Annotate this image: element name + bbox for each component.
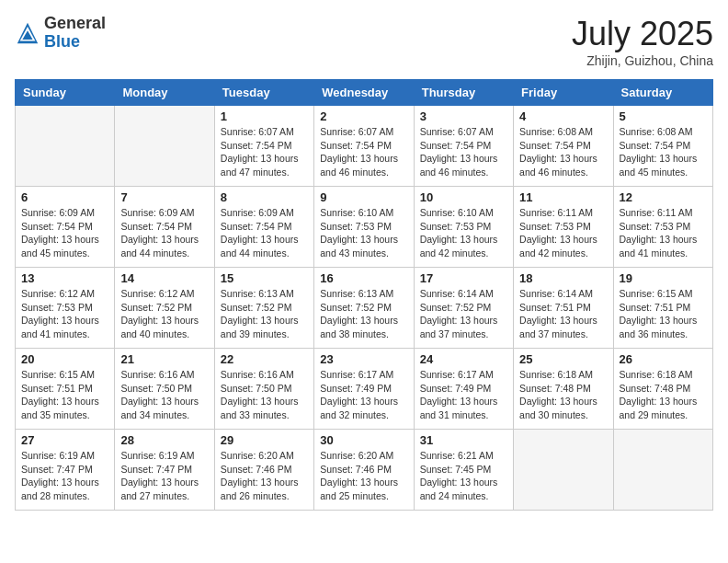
calendar-cell	[514, 430, 613, 511]
calendar-cell: 6Sunrise: 6:09 AM Sunset: 7:54 PM Daylig…	[16, 187, 115, 268]
calendar-cell	[115, 106, 214, 187]
calendar-cell: 16Sunrise: 6:13 AM Sunset: 7:52 PM Dayli…	[314, 268, 414, 349]
day-number: 3	[420, 109, 507, 123]
day-number: 30	[320, 433, 407, 447]
title-block: July 2025 Zhijin, Guizhou, China	[572, 15, 713, 68]
day-number: 10	[420, 190, 507, 204]
day-number: 13	[21, 271, 108, 285]
cell-info: Sunrise: 6:17 AM Sunset: 7:49 PM Dayligh…	[320, 368, 407, 422]
cell-info: Sunrise: 6:20 AM Sunset: 7:46 PM Dayligh…	[221, 449, 308, 503]
cell-info: Sunrise: 6:18 AM Sunset: 7:48 PM Dayligh…	[620, 368, 707, 422]
cell-info: Sunrise: 6:18 AM Sunset: 7:48 PM Dayligh…	[519, 368, 607, 422]
day-number: 24	[420, 352, 507, 366]
weekday-header-saturday: Saturday	[613, 80, 712, 106]
logo-general: General	[44, 15, 106, 33]
day-number: 26	[620, 352, 707, 366]
calendar-cell: 26Sunrise: 6:18 AM Sunset: 7:48 PM Dayli…	[613, 349, 712, 430]
cell-info: Sunrise: 6:08 AM Sunset: 7:54 PM Dayligh…	[519, 125, 607, 179]
calendar-cell: 30Sunrise: 6:20 AM Sunset: 7:46 PM Dayli…	[314, 430, 414, 511]
cell-info: Sunrise: 6:07 AM Sunset: 7:54 PM Dayligh…	[320, 125, 407, 179]
cell-info: Sunrise: 6:09 AM Sunset: 7:54 PM Dayligh…	[120, 206, 208, 260]
month-title: July 2025	[572, 15, 713, 53]
day-number: 20	[21, 352, 108, 366]
cell-info: Sunrise: 6:10 AM Sunset: 7:53 PM Dayligh…	[420, 206, 507, 260]
calendar-header: SundayMondayTuesdayWednesdayThursdayFrid…	[16, 80, 713, 106]
logo-blue: Blue	[44, 33, 106, 52]
day-number: 27	[21, 433, 108, 447]
cell-info: Sunrise: 6:15 AM Sunset: 7:51 PM Dayligh…	[620, 287, 707, 341]
logo-text: General Blue	[44, 15, 106, 52]
cell-info: Sunrise: 6:12 AM Sunset: 7:52 PM Dayligh…	[120, 287, 208, 341]
day-number: 31	[420, 433, 507, 447]
day-number: 14	[120, 271, 208, 285]
logo: General Blue	[15, 15, 106, 52]
day-number: 12	[620, 190, 707, 204]
cell-info: Sunrise: 6:07 AM Sunset: 7:54 PM Dayligh…	[221, 125, 308, 179]
cell-info: Sunrise: 6:19 AM Sunset: 7:47 PM Dayligh…	[21, 449, 108, 503]
day-number: 29	[221, 433, 308, 447]
calendar-week-1: 6Sunrise: 6:09 AM Sunset: 7:54 PM Daylig…	[16, 187, 713, 268]
calendar-cell: 14Sunrise: 6:12 AM Sunset: 7:52 PM Dayli…	[115, 268, 214, 349]
calendar-cell: 15Sunrise: 6:13 AM Sunset: 7:52 PM Dayli…	[214, 268, 313, 349]
calendar-cell: 12Sunrise: 6:11 AM Sunset: 7:53 PM Dayli…	[613, 187, 712, 268]
cell-info: Sunrise: 6:14 AM Sunset: 7:51 PM Dayligh…	[519, 287, 607, 341]
weekday-header-row: SundayMondayTuesdayWednesdayThursdayFrid…	[16, 80, 713, 106]
calendar-cell: 31Sunrise: 6:21 AM Sunset: 7:45 PM Dayli…	[414, 430, 513, 511]
cell-info: Sunrise: 6:12 AM Sunset: 7:53 PM Dayligh…	[21, 287, 108, 341]
calendar-cell: 23Sunrise: 6:17 AM Sunset: 7:49 PM Dayli…	[314, 349, 414, 430]
calendar-cell: 27Sunrise: 6:19 AM Sunset: 7:47 PM Dayli…	[16, 430, 115, 511]
weekday-header-tuesday: Tuesday	[214, 80, 313, 106]
calendar-cell	[16, 106, 115, 187]
calendar-cell: 11Sunrise: 6:11 AM Sunset: 7:53 PM Dayli…	[514, 187, 613, 268]
calendar-table: SundayMondayTuesdayWednesdayThursdayFrid…	[15, 79, 713, 511]
calendar-cell: 24Sunrise: 6:17 AM Sunset: 7:49 PM Dayli…	[414, 349, 513, 430]
calendar-cell: 21Sunrise: 6:16 AM Sunset: 7:50 PM Dayli…	[115, 349, 214, 430]
calendar-cell: 7Sunrise: 6:09 AM Sunset: 7:54 PM Daylig…	[115, 187, 214, 268]
cell-info: Sunrise: 6:07 AM Sunset: 7:54 PM Dayligh…	[420, 125, 507, 179]
day-number: 9	[320, 190, 407, 204]
day-number: 28	[120, 433, 208, 447]
logo-icon	[15, 20, 40, 46]
calendar-week-4: 27Sunrise: 6:19 AM Sunset: 7:47 PM Dayli…	[16, 430, 713, 511]
calendar-cell: 13Sunrise: 6:12 AM Sunset: 7:53 PM Dayli…	[16, 268, 115, 349]
cell-info: Sunrise: 6:13 AM Sunset: 7:52 PM Dayligh…	[320, 287, 407, 341]
calendar-week-3: 20Sunrise: 6:15 AM Sunset: 7:51 PM Dayli…	[16, 349, 713, 430]
calendar-cell: 2Sunrise: 6:07 AM Sunset: 7:54 PM Daylig…	[314, 106, 414, 187]
cell-info: Sunrise: 6:17 AM Sunset: 7:49 PM Dayligh…	[420, 368, 507, 422]
day-number: 11	[519, 190, 607, 204]
calendar-cell: 5Sunrise: 6:08 AM Sunset: 7:54 PM Daylig…	[613, 106, 712, 187]
calendar-body: 1Sunrise: 6:07 AM Sunset: 7:54 PM Daylig…	[16, 106, 713, 511]
day-number: 17	[420, 271, 507, 285]
cell-info: Sunrise: 6:21 AM Sunset: 7:45 PM Dayligh…	[420, 449, 507, 503]
calendar-cell: 19Sunrise: 6:15 AM Sunset: 7:51 PM Dayli…	[613, 268, 712, 349]
cell-info: Sunrise: 6:09 AM Sunset: 7:54 PM Dayligh…	[21, 206, 108, 260]
day-number: 6	[21, 190, 108, 204]
day-number: 15	[221, 271, 308, 285]
calendar-week-2: 13Sunrise: 6:12 AM Sunset: 7:53 PM Dayli…	[16, 268, 713, 349]
calendar-week-0: 1Sunrise: 6:07 AM Sunset: 7:54 PM Daylig…	[16, 106, 713, 187]
day-number: 23	[320, 352, 407, 366]
calendar-cell: 10Sunrise: 6:10 AM Sunset: 7:53 PM Dayli…	[414, 187, 513, 268]
day-number: 22	[221, 352, 308, 366]
cell-info: Sunrise: 6:13 AM Sunset: 7:52 PM Dayligh…	[221, 287, 308, 341]
calendar-cell: 8Sunrise: 6:09 AM Sunset: 7:54 PM Daylig…	[214, 187, 313, 268]
day-number: 5	[620, 109, 707, 123]
day-number: 21	[120, 352, 208, 366]
day-number: 18	[519, 271, 607, 285]
calendar-cell: 1Sunrise: 6:07 AM Sunset: 7:54 PM Daylig…	[214, 106, 313, 187]
cell-info: Sunrise: 6:08 AM Sunset: 7:54 PM Dayligh…	[620, 125, 707, 179]
calendar-cell	[613, 430, 712, 511]
cell-info: Sunrise: 6:10 AM Sunset: 7:53 PM Dayligh…	[320, 206, 407, 260]
weekday-header-wednesday: Wednesday	[314, 80, 414, 106]
day-number: 8	[221, 190, 308, 204]
day-number: 1	[221, 109, 308, 123]
calendar-cell: 17Sunrise: 6:14 AM Sunset: 7:52 PM Dayli…	[414, 268, 513, 349]
cell-info: Sunrise: 6:14 AM Sunset: 7:52 PM Dayligh…	[420, 287, 507, 341]
calendar-cell: 29Sunrise: 6:20 AM Sunset: 7:46 PM Dayli…	[214, 430, 313, 511]
day-number: 25	[519, 352, 607, 366]
day-number: 2	[320, 109, 407, 123]
cell-info: Sunrise: 6:15 AM Sunset: 7:51 PM Dayligh…	[21, 368, 108, 422]
cell-info: Sunrise: 6:11 AM Sunset: 7:53 PM Dayligh…	[519, 206, 607, 260]
cell-info: Sunrise: 6:20 AM Sunset: 7:46 PM Dayligh…	[320, 449, 407, 503]
calendar-cell: 4Sunrise: 6:08 AM Sunset: 7:54 PM Daylig…	[514, 106, 613, 187]
